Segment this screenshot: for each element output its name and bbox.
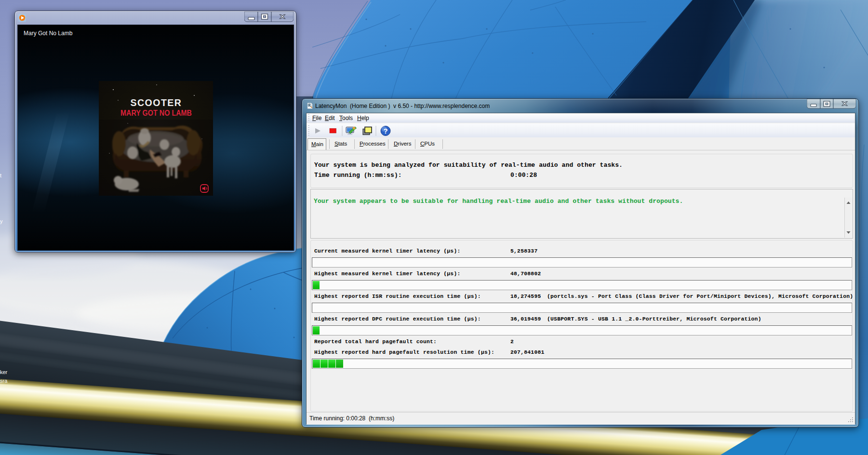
svg-text:sra: sra (0, 378, 8, 384)
svg-text:y: y (0, 218, 3, 224)
svg-text:MARY GOT NO LAMB: MARY GOT NO LAMB (120, 108, 192, 117)
svg-text:?: ? (383, 127, 387, 135)
svg-text:SCOOTER: SCOOTER (131, 97, 182, 108)
svg-text:ker: ker (0, 369, 8, 375)
svg-text:t: t (0, 173, 1, 178)
